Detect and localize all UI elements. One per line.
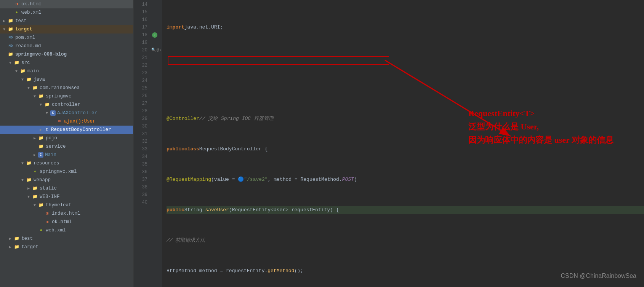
class-icon: C: [50, 110, 56, 116]
sidebar-item-springmvc-xml[interactable]: ✱ springmvc.xml: [0, 167, 133, 176]
sidebar-item-label: target: [15, 27, 32, 32]
sidebar-item-web-xml-2[interactable]: ✱ web.xml: [0, 226, 133, 234]
arrow-icon: [27, 195, 32, 199]
sidebar-item-com-rainbowsea[interactable]: 📁 com.rainbowsea: [0, 84, 133, 92]
sidebar-item-label: java: [34, 77, 45, 82]
arrow-icon: [21, 78, 26, 82]
md-icon: MD: [8, 43, 14, 49]
sidebar-item-label: controller: [52, 102, 80, 107]
editor-gutter: ✓ 🔍@↓: [151, 0, 162, 287]
arrow-icon: [15, 69, 20, 73]
file-tree: ◨ ok.html ✱ web.xml 📁 test 📁 target MD p…: [0, 0, 133, 287]
sidebar-item-ok-html-2[interactable]: ◨ ok.html: [0, 218, 133, 226]
sidebar-item-label: RequestBodyController: [51, 127, 111, 132]
sidebar-item-label: pojo: [46, 136, 57, 141]
line-numbers: 14 15 16 17 18 19 20 21 22 23 24 25 26 2…: [133, 0, 151, 287]
arrow-icon: [46, 111, 50, 115]
method-icon: m: [56, 118, 62, 124]
sidebar-item-main[interactable]: 📁 main: [0, 67, 133, 75]
sidebar-item-src[interactable]: 📁 src: [0, 59, 133, 67]
sidebar-item-thymeleaf[interactable]: 📁 thymeleaf: [0, 201, 133, 209]
sidebar-item-controller[interactable]: 📁 controller: [0, 100, 133, 109]
folder-icon: 📁: [44, 102, 50, 108]
xml-icon: MD: [8, 35, 14, 41]
code-line-21: // 获取请求方法: [167, 237, 644, 244]
folder-icon: 📁: [32, 194, 38, 200]
sidebar-item-label: ok.html: [21, 2, 42, 7]
sidebar-item-label: springmvc.xml: [40, 169, 77, 174]
sidebar-item-label: test: [15, 18, 27, 24]
xml-icon: ✱: [32, 169, 38, 175]
folder-icon: 📁: [8, 51, 14, 57]
sidebar-item-pojo[interactable]: 📁 pojo: [0, 134, 133, 142]
arrow-icon: [40, 128, 44, 132]
sidebar-item-index-html[interactable]: ◨ index.html: [0, 209, 133, 218]
code-line-22: HttpMethod method = requestEntity.getMet…: [167, 267, 644, 275]
sidebar-item-label: Main: [45, 152, 56, 158]
sidebar-item-springmvc[interactable]: 📁 springmvc: [0, 92, 133, 100]
code-content: import java.net.URI; @Controller // 交给 S…: [162, 0, 644, 287]
sidebar-item-test[interactable]: 📁 test: [0, 17, 133, 25]
sidebar-item-static[interactable]: 📁 static: [0, 184, 133, 193]
sidebar-item-java[interactable]: 📁 java: [0, 75, 133, 84]
folder-icon: 📁: [8, 26, 14, 32]
sidebar-item-ajax-user[interactable]: m ajax():User: [0, 117, 133, 126]
arrow-icon: [27, 86, 32, 90]
sidebar-item-webinf[interactable]: 📁 WEB-INF: [0, 193, 133, 201]
code-editor: 14 15 16 17 18 19 20 21 22 23 24 25 26 2…: [133, 0, 644, 287]
sidebar-item-springmvc-008-blog[interactable]: 📁 springmvc-008-blog: [0, 50, 133, 59]
html-icon: ◨: [44, 219, 50, 225]
code-line-17: @Controller // 交给 Spring IOC 容器管理: [167, 115, 644, 123]
folder-icon: 📁: [14, 60, 20, 66]
sidebar-item-label: target: [21, 244, 38, 250]
arrow-icon: [9, 245, 14, 249]
sidebar-item-label: com.rainbowsea: [40, 85, 80, 91]
sidebar-item-label: resources: [34, 161, 59, 166]
sidebar-item-target[interactable]: 📁 target: [0, 25, 133, 33]
sidebar-item-main-class[interactable]: C Main: [0, 151, 133, 159]
xml-icon: ✱: [14, 10, 20, 16]
sidebar-item-ajax-controller[interactable]: C AJAXController: [0, 109, 133, 117]
code-line-15: [167, 54, 644, 62]
folder-icon: 📁: [26, 77, 32, 83]
sidebar-item-target2[interactable]: 📁 target: [0, 243, 133, 251]
sidebar-item-label: WEB-INF: [40, 194, 60, 199]
sidebar-item-label: AJAXController: [57, 110, 97, 116]
folder-icon: 📁: [38, 135, 44, 141]
sidebar-item-label: thymeleaf: [46, 202, 72, 208]
folder-icon: 📁: [8, 18, 14, 24]
xml-icon: ✱: [38, 227, 44, 233]
folder-icon: 📁: [38, 144, 44, 150]
folder-icon: 📁: [32, 85, 38, 91]
sidebar-item-service[interactable]: 📁 service: [0, 142, 133, 151]
sidebar-item-web-xml-1[interactable]: ✱ web.xml: [0, 8, 133, 17]
arrow-icon: [21, 178, 26, 182]
sidebar-item-resources[interactable]: 📁 resources: [0, 159, 133, 167]
arrow-icon: [34, 136, 38, 140]
arrow-icon: [34, 153, 38, 157]
folder-icon: 📁: [14, 236, 20, 242]
sidebar-item-label: test: [21, 236, 33, 241]
sidebar-item-label: static: [40, 186, 57, 191]
code-line-14: import java.net.URI;: [167, 24, 644, 31]
arrow-icon: [34, 203, 38, 207]
sidebar-item-webapp[interactable]: 📁 webapp: [0, 176, 133, 184]
sidebar-item-label: src: [21, 60, 30, 65]
arrow-icon: [21, 161, 26, 166]
folder-icon: 📁: [26, 177, 32, 183]
sidebar-item-label: pom.xml: [15, 35, 35, 40]
code-line-20: public String saveUser(RequestEntity<Use…: [167, 206, 644, 214]
sidebar-item-test2[interactable]: 📁 test: [0, 234, 133, 243]
sidebar-item-readme-md[interactable]: MD readme.md: [0, 42, 133, 50]
sidebar-item-pom-xml[interactable]: MD pom.xml: [0, 33, 133, 42]
html-icon: ◨: [44, 210, 50, 217]
sidebar-item-request-body-controller[interactable]: C RequestBodyController: [0, 126, 133, 134]
sidebar-item-label: main: [27, 69, 39, 74]
sidebar-item-label: springmvc: [46, 94, 72, 99]
sidebar-item-label: web.xml: [46, 228, 66, 233]
sidebar-item-label: ok.html: [52, 219, 72, 225]
folder-icon: 📁: [26, 160, 32, 166]
sidebar-item-ok-html-1[interactable]: ◨ ok.html: [0, 0, 133, 8]
folder-icon: 📁: [20, 68, 26, 74]
arrow-icon: [3, 19, 8, 23]
